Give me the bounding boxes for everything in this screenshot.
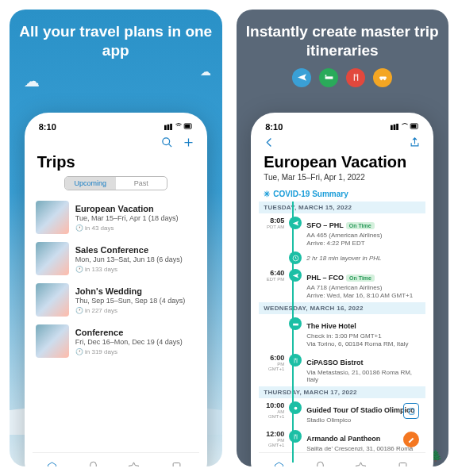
tab-alerts[interactable]: Alerts — [313, 461, 327, 467]
status-time: 8:10 — [265, 122, 283, 132]
item-title: PHL – FCO — [306, 274, 344, 282]
itinerary-item[interactable]: 8:05PDT AM SFO – PHLOn Time AA 465 (Amer… — [259, 213, 425, 250]
svg-rect-12 — [379, 76, 387, 79]
status-bar: 8:10 — [259, 121, 425, 133]
trip-date: Tue, Mar 15–Fri, Apr 1 (18 days) — [75, 214, 196, 222]
status-badge: On Time — [346, 222, 375, 229]
food-icon — [289, 430, 302, 443]
trip-name: European Vacation — [75, 204, 196, 213]
edit-action-icon[interactable] — [403, 432, 419, 447]
bed-circle-icon — [319, 68, 338, 87]
item-subtitle: Via Metastasio, 21, 00186 Roma RM, Italy — [306, 369, 421, 383]
trip-date: Thu, Sep 15–Sun, Sep 18 (4 days) — [75, 297, 196, 305]
tab-trips[interactable]: Trips — [273, 461, 285, 467]
svg-rect-0 — [164, 125, 167, 130]
car-circle-icon — [373, 68, 392, 87]
day-header: TUESDAY, MARCH 15, 2022 — [259, 202, 425, 213]
trip-name: Sales Conference — [75, 245, 196, 255]
trip-row[interactable]: John's Wedding Thu, Sep 15–Sun, Sep 18 (… — [33, 279, 199, 321]
tab-alerts[interactable]: Alerts — [87, 461, 101, 467]
svg-point-14 — [383, 79, 385, 80]
seg-upcoming[interactable]: Upcoming — [65, 177, 116, 190]
svg-point-13 — [380, 79, 382, 80]
itinerary-item[interactable]: 6:00PM GMT+1 CiPASSO Bistrot Via Metasta… — [259, 351, 425, 386]
item-subtitle: Check in: 3:00 PM GMT+1 — [306, 332, 421, 340]
svg-rect-17 — [396, 124, 398, 130]
trip-countdown: in 43 days — [75, 225, 196, 232]
covid-summary[interactable]: ✳ COVID-19 Summary — [259, 186, 425, 202]
topbar — [33, 133, 199, 152]
itinerary-item[interactable]: The Hive Hotel Check in: 3:00 PM GMT+1 V… — [259, 314, 425, 351]
item-time: 6:00PM GMT+1 — [264, 354, 284, 371]
day-header: WEDNESDAY, MARCH 16, 2022 — [259, 302, 425, 314]
item-title: Guided Tour Of Stadio Olimpico — [306, 406, 414, 414]
plane-icon — [289, 269, 302, 282]
share-icon[interactable] — [409, 136, 421, 152]
item-title: SFO – PHL — [306, 221, 344, 229]
trip-subtitle: Tue, Mar 15–Fri, Apr 1, 2022 — [259, 173, 425, 186]
svg-rect-23 — [409, 408, 414, 413]
svg-rect-16 — [394, 125, 396, 130]
svg-rect-19 — [411, 125, 416, 129]
topbar — [259, 133, 425, 152]
svg-rect-10 — [325, 76, 333, 79]
itinerary-item[interactable]: 6:40EDT PM PHL – FCOOn Time AA 718 (Amer… — [259, 266, 425, 302]
layover-text: 2 hr 18 min layover in PHL — [306, 255, 381, 262]
tab-bar: TripsAlertsProUnfiled — [33, 452, 199, 466]
tab-pro[interactable]: Pro — [128, 461, 140, 467]
layover-row: 2 hr 18 min layover in PHL — [259, 250, 425, 266]
back-icon[interactable] — [264, 136, 275, 152]
trip-name: Conference — [75, 328, 196, 337]
item-title: Armando al Pantheon — [306, 435, 380, 443]
search-icon[interactable] — [161, 136, 173, 152]
trip-name: John's Wedding — [75, 286, 196, 296]
tab-trips[interactable]: Trips — [46, 461, 58, 467]
covid-label: COVID-19 Summary — [273, 190, 348, 198]
page-title: Trips — [33, 152, 199, 173]
trip-title: European Vacation — [259, 152, 425, 173]
note-action-icon[interactable] — [403, 403, 419, 419]
svg-point-22 — [294, 406, 297, 409]
item-subtitle: Arrive: Wed, Mar 16, 8:10 AM GMT+1 — [306, 292, 421, 299]
trip-row[interactable]: European Vacation Tue, Mar 15–Fri, Apr 1… — [33, 197, 199, 238]
trip-row[interactable]: Conference Fri, Dec 16–Mon, Dec 19 (4 da… — [33, 321, 199, 362]
trip-date: Mon, Jun 13–Sat, Jun 18 (6 days) — [75, 255, 196, 263]
tab-pro[interactable]: Pro — [355, 461, 367, 467]
item-title: The Hive Hotel — [306, 322, 356, 330]
itinerary-item[interactable]: 10:00AM GMT+1 Guided Tour Of Stadio Olim… — [259, 398, 425, 427]
clock-icon — [289, 251, 302, 264]
item-subtitle: AA 465 (American Airlines) — [306, 232, 421, 239]
day-header: THURSDAY, MARCH 17, 2022 — [259, 386, 425, 398]
status-icons — [391, 122, 419, 132]
svg-rect-11 — [325, 75, 326, 76]
item-subtitle: Via Torino, 6, 00184 Roma RM, Italy — [306, 340, 421, 347]
add-icon[interactable] — [183, 136, 194, 152]
category-circles — [237, 68, 449, 87]
status-time: 8:10 — [39, 122, 56, 132]
item-title: CiPASSO Bistrot — [306, 359, 363, 367]
segment-control[interactable]: Upcoming Past — [64, 176, 167, 190]
svg-point-5 — [163, 138, 170, 145]
food-icon — [289, 354, 302, 367]
seg-past[interactable]: Past — [116, 177, 167, 190]
headline-right: Instantly create master trip itineraries — [237, 10, 449, 60]
trip-thumbnail — [36, 283, 69, 317]
tab-unfiled[interactable]: Unfiled — [167, 461, 185, 467]
screenshot-left: All your travel plans in one app ☁ ☁ 8:1… — [10, 10, 222, 466]
cloud-icon: ☁ — [24, 71, 40, 90]
status-icons — [164, 122, 193, 132]
svg-rect-21 — [293, 323, 298, 325]
item-subtitle: Arrive: 4:22 PM EDT — [306, 240, 421, 247]
item-time: 12:00PM GMT+1 — [264, 430, 284, 447]
item-time: 8:05PDT AM — [264, 217, 284, 229]
virus-icon: ✳ — [264, 190, 270, 198]
trips-list: European Vacation Tue, Mar 15–Fri, Apr 1… — [33, 197, 199, 362]
plane-icon — [289, 217, 302, 229]
trip-row[interactable]: Sales Conference Mon, Jun 13–Sat, Jun 18… — [33, 238, 199, 279]
item-time: 10:00AM GMT+1 — [264, 401, 284, 419]
item-time: 6:40EDT PM — [264, 269, 284, 282]
svg-rect-24 — [399, 463, 406, 466]
act-icon — [289, 401, 302, 414]
tab-unfiled[interactable]: Unfiled — [394, 461, 412, 467]
svg-rect-15 — [391, 125, 393, 130]
